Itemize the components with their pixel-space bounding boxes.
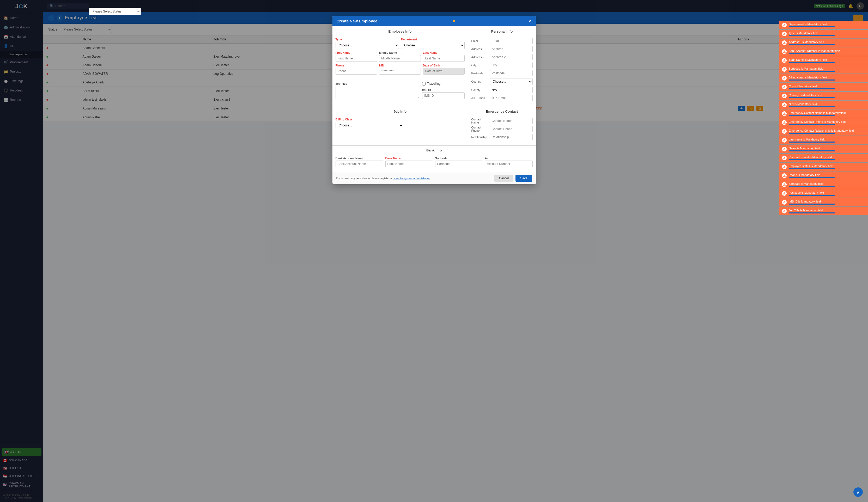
validation-message: Bank Name is Mandatory field [789, 58, 865, 63]
travelling-group: Travelling IMS ID [422, 77, 464, 99]
emergency-contact-title: Emergency Contact [472, 109, 533, 115]
last-name-input[interactable] [423, 55, 465, 62]
scroll-to-top-button[interactable]: ∧ [854, 488, 863, 497]
modal-overlay[interactable]: Please Select Status Active Inactive Cre… [0, 0, 868, 502]
warning-icon: ⚠ [782, 209, 787, 213]
warning-icon: ⚠ [782, 165, 787, 169]
warning-icon: ⚠ [782, 94, 787, 98]
travelling-checkbox[interactable] [422, 82, 425, 85]
job-info-section: Job Info Billing Class Choose... [332, 106, 468, 145]
last-name-group: Last Name [423, 51, 465, 62]
bank-account-name-input[interactable] [335, 160, 383, 167]
department-select[interactable]: Choose... [401, 42, 465, 49]
first-name-label: First Name [335, 51, 377, 54]
ec-rel-input[interactable] [490, 134, 533, 140]
ec-rel-label: Relationship [472, 136, 488, 139]
personal-info-section: Personal Info Email Address Address 2 [468, 26, 536, 106]
warning-icon: ⚠ [782, 111, 787, 116]
ims-id-label: IMS ID [422, 88, 464, 92]
name-row: First Name Middle Name Last Name [335, 51, 465, 62]
modal-body: Employee Info Type Choose... Department … [332, 26, 536, 184]
pi-email-row: Email [472, 38, 533, 44]
bank-info-title: Bank Info [335, 148, 533, 154]
warning-icon: ⚠ [782, 147, 787, 151]
validation-message: Postcode is Mandatory field [789, 191, 865, 196]
cancel-button[interactable]: Cancel [494, 175, 514, 182]
create-employee-modal: Create New Employee × Employee Info Type… [332, 15, 536, 184]
pi-jck-email-input[interactable] [490, 95, 533, 101]
warning-icon: ⚠ [782, 58, 787, 63]
first-name-group: First Name [335, 51, 377, 62]
nin-label: NIN [379, 64, 421, 67]
bank-name-input[interactable] [385, 160, 433, 167]
bank-account-name-group: Bank Account Name [335, 157, 383, 167]
help-text: If you need any assistance please regist… [336, 177, 431, 180]
warning-icon: ⚠ [782, 191, 787, 196]
warning-icon: ⚠ [782, 23, 787, 27]
nin-group: NIN [379, 64, 421, 75]
ec-rel-row: Relationship [472, 134, 533, 140]
type-select[interactable]: Choose... [335, 42, 399, 49]
sortcode-group: Sortcode [435, 157, 483, 167]
warning-icon: ⚠ [782, 129, 787, 134]
validation-error-item: ⚠ Name is Mandatory field [779, 145, 868, 153]
last-name-label: Last Name [423, 51, 465, 54]
billing-class-select[interactable]: Choose... [335, 122, 403, 129]
pi-email-input[interactable] [490, 38, 533, 44]
validation-error-item: ⚠ Emergency Contact Relationship is Mand… [779, 127, 868, 136]
billing-class-label: Billing Class [335, 118, 465, 121]
help-text-label: If you need any assistance please regist… [336, 177, 392, 180]
pi-country-select[interactable]: Choose... [490, 78, 533, 85]
ims-id-input[interactable] [422, 92, 464, 99]
job-title-label: Job Title [335, 82, 420, 85]
pi-email-label: Email [472, 39, 488, 42]
modal-header: Create New Employee × [332, 15, 536, 26]
validation-error-item: ⚠ Billing class is Mandatory field [779, 74, 868, 82]
validation-message: Last name is Mandatory field [789, 138, 865, 143]
warning-icon: ⚠ [782, 182, 787, 187]
help-link[interactable]: ticket to system administrator [393, 177, 430, 180]
middle-name-input[interactable] [379, 55, 421, 62]
pi-jck-email-label: JCK Email [472, 96, 488, 100]
nin-input[interactable] [379, 68, 421, 75]
modal-status-select[interactable]: Please Select Status Active Inactive [89, 8, 141, 15]
pi-address-input[interactable] [490, 46, 533, 52]
first-name-input[interactable] [335, 55, 377, 62]
footer-buttons: Cancel Save [494, 175, 532, 182]
bank-account-name-label: Bank Account Name [335, 157, 383, 160]
ec-name-label: Contact Name [472, 118, 488, 124]
phone-group: Phone [335, 64, 377, 75]
dob-input[interactable] [423, 68, 465, 75]
pi-county-input[interactable] [490, 87, 533, 93]
job-title-input[interactable] [335, 86, 420, 99]
billing-class-group: Billing Class Choose... [335, 118, 465, 129]
warning-icon: ⚠ [782, 32, 787, 36]
phone-input[interactable] [335, 68, 377, 75]
validation-error-item: ⚠ Emergency Contact Name is Mandatory fi… [779, 109, 868, 118]
pi-address2-input[interactable] [490, 54, 533, 60]
validation-error-item: ⚠ Phone is Mandatory field [779, 171, 868, 180]
validation-message: Bank Account Number is Mandatory field [789, 49, 865, 54]
pi-city-input[interactable] [490, 62, 533, 68]
pi-county-row: County [472, 87, 533, 93]
validation-message: Personal e-mail is Mandatory field [789, 156, 865, 160]
pi-postcode-input[interactable] [490, 70, 533, 76]
validation-message: Billing class is Mandatory field [789, 76, 865, 81]
validation-message: City is Mandatory field [789, 85, 865, 90]
validation-message: Sortcode is Mandatory field [789, 67, 865, 72]
pi-jck-email-row: JCK Email [472, 95, 533, 101]
job-title-group: Job Title [335, 82, 420, 99]
warning-icon: ⚠ [782, 156, 787, 160]
modal-dot [453, 20, 455, 22]
modal-close-button[interactable]: × [529, 18, 531, 24]
warning-icon: ⚠ [782, 138, 787, 143]
ec-name-input[interactable] [490, 118, 533, 124]
jobtitle-row: Job Title Travelling IMS ID [335, 77, 465, 99]
validation-message: Address1 is Mandatory field [789, 40, 865, 45]
job-info-title: Job Info [335, 109, 465, 115]
sortcode-input[interactable] [435, 160, 483, 167]
ec-phone-input[interactable] [490, 126, 533, 132]
validation-error-item: ⚠ Postcode is Mandatory field [779, 189, 868, 198]
save-button[interactable]: Save [516, 175, 532, 182]
account-number-input[interactable] [485, 160, 533, 167]
